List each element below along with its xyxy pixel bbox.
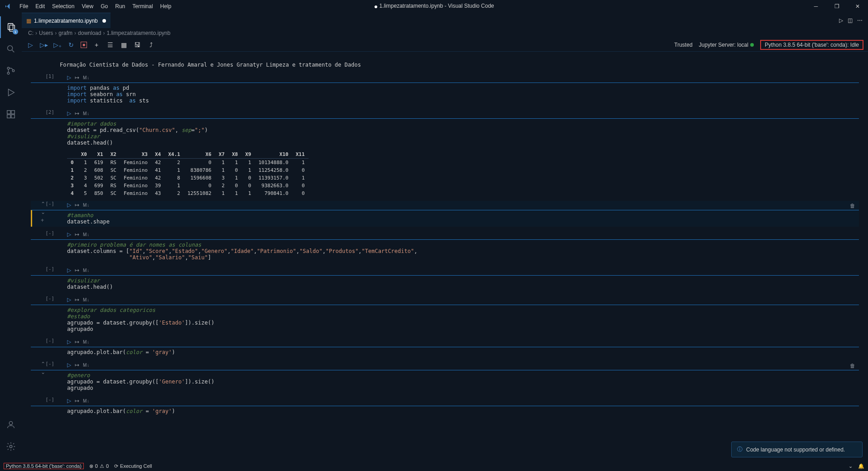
variables-icon[interactable]: ☰ — [106, 41, 114, 49]
save-icon[interactable]: 🖫 — [133, 41, 141, 49]
add-cell-icon[interactable]: + — [92, 41, 101, 49]
notifications-icon[interactable]: 🔔 — [858, 463, 864, 469]
run-cell-icon[interactable]: ▷ — [67, 339, 71, 345]
cell-code[interactable]: #visulizar dataset.head() — [31, 275, 859, 292]
code-cell[interactable]: [2]▷↦M↓#importar dados dataset = pd.read… — [31, 109, 859, 197]
move-down-icon[interactable]: ⌄ — [41, 369, 45, 375]
breadcrumb-segment[interactable]: grafm — [58, 30, 72, 36]
add-cell-icon[interactable]: + — [41, 217, 45, 223]
run-all-icon[interactable]: ▷ — [839, 17, 843, 24]
cell-lang[interactable]: M↓ — [83, 232, 90, 237]
close-icon[interactable]: ✕ — [847, 0, 868, 13]
breadcrumbs[interactable]: C: › Users › grafm › download › 1.limpez… — [22, 28, 868, 38]
extensions-icon[interactable] — [0, 103, 22, 125]
cell-code[interactable]: import pandas as pd import seaborn as sr… — [31, 83, 859, 106]
jupyter-server[interactable]: Jupyter Server: local — [699, 42, 754, 48]
breadcrumb-segment[interactable]: C: — [28, 30, 34, 36]
run-cell-icon[interactable]: ▷ — [67, 267, 71, 273]
delete-cell-icon[interactable]: 🗑 — [850, 363, 855, 369]
code-cell[interactable]: [1]▷↦M↓import pandas as pd import seabor… — [31, 73, 859, 106]
breadcrumb-segment[interactable]: Users — [39, 30, 53, 36]
menu-terminal[interactable]: Terminal — [129, 3, 156, 10]
run-by-line-icon[interactable]: ↦ — [75, 398, 79, 404]
run-cell-icon[interactable]: ▷ — [26, 41, 34, 49]
code-cell[interactable]: [-]▷↦M↓#visulizar dataset.head() — [31, 266, 859, 292]
run-by-line-icon[interactable]: ↦ — [75, 362, 79, 368]
source-control-icon[interactable] — [0, 60, 22, 82]
run-by-line-icon[interactable]: ↦ — [75, 231, 79, 238]
interrupt-kernel-icon[interactable]: ■ — [81, 42, 87, 48]
cell-lang[interactable]: M↓ — [83, 297, 90, 302]
move-down-icon[interactable]: ⌄ — [41, 209, 45, 215]
account-icon[interactable] — [0, 414, 22, 436]
menu-view[interactable]: View — [78, 3, 97, 10]
move-up-icon[interactable]: ⌃ — [41, 201, 45, 207]
export-icon[interactable]: ⤴ — [147, 41, 155, 49]
menu-selection[interactable]: Selection — [48, 3, 78, 10]
run-cell-icon[interactable]: ▷ — [67, 231, 71, 238]
cell-lang[interactable]: M↓ — [83, 398, 90, 403]
cell-code[interactable]: #primeiro problema é dar nomes as coluna… — [31, 239, 859, 262]
run-by-line-icon[interactable]: ↦ — [75, 202, 79, 208]
code-cell[interactable]: [-]▷↦M↓agrupado.plot.bar(color = 'gray') — [31, 397, 859, 416]
menu-help[interactable]: Help — [157, 3, 175, 10]
run-by-line-icon[interactable]: ↦ — [75, 296, 79, 303]
notification-toast[interactable]: ⓘ Code language not supported or defined… — [731, 442, 863, 457]
code-cell[interactable]: [-]⌃⌄+▷↦M↓#tamanho dataset.shape🗑 — [31, 201, 859, 227]
run-above-icon[interactable]: ▷₊ — [53, 41, 62, 49]
more-actions-icon[interactable]: ⋯ — [857, 17, 863, 24]
cell-code[interactable]: #explorar dados categoricos #estado agru… — [31, 305, 859, 334]
tab-file[interactable]: ▦ 1.limpezatratamento.ipynb — [22, 13, 111, 28]
svg-point-4 — [7, 67, 10, 69]
cell-code[interactable]: agrupado.plot.bar(color = 'gray') — [31, 347, 859, 357]
settings-icon[interactable] — [0, 436, 22, 457]
explorer-icon[interactable]: 1 — [0, 16, 22, 38]
status-problems[interactable]: ⊗ 0 ⚠ 0 — [89, 463, 109, 469]
status-kernel[interactable]: Python 3.8.5 64-bit ('base': conda) — [4, 463, 84, 469]
code-cell[interactable]: [-]▷↦M↓agrupado.plot.bar(color = 'gray') — [31, 338, 859, 357]
cell-lang[interactable]: M↓ — [83, 75, 90, 80]
cell-lang[interactable]: M↓ — [83, 340, 90, 345]
cell-code[interactable]: #importar dados dataset = pd.read_csv("C… — [31, 118, 859, 148]
cell-lang[interactable]: M↓ — [83, 203, 90, 208]
code-cell[interactable]: [-]▷↦M↓#explorar dados categoricos #esta… — [31, 296, 859, 334]
run-cell-icon[interactable]: ▷ — [67, 296, 71, 303]
delete-cell-icon[interactable]: 🗑 — [850, 203, 855, 209]
run-cell-icon[interactable]: ▷ — [67, 362, 71, 368]
trusted-indicator[interactable]: Trusted — [674, 42, 692, 48]
menu-run[interactable]: Run — [111, 3, 129, 10]
restart-kernel-icon[interactable]: ↻ — [67, 41, 75, 49]
search-icon[interactable] — [0, 38, 22, 60]
menu-edit[interactable]: Edit — [32, 3, 48, 10]
cell-lang[interactable]: M↓ — [83, 111, 90, 116]
cell-code[interactable]: #genero agrupado = dataset.groupby(['Gen… — [31, 370, 859, 393]
run-by-line-icon[interactable]: ↦ — [75, 110, 79, 117]
feedback-icon[interactable]: ⌄ — [849, 463, 853, 469]
cell-lang[interactable]: M↓ — [83, 363, 90, 368]
run-cell-icon[interactable]: ▷ — [67, 202, 71, 208]
run-by-line-icon[interactable]: ↦ — [75, 339, 79, 345]
run-by-line-icon[interactable]: ↦ — [75, 74, 79, 81]
menu-go[interactable]: Go — [97, 3, 111, 10]
minimize-icon[interactable]: ─ — [805, 0, 826, 13]
split-editor-icon[interactable]: ◫ — [848, 17, 853, 24]
kernel-selector[interactable]: Python 3.8.5 64-bit ('base': conda): Idl… — [760, 40, 863, 50]
status-executing[interactable]: ⟳ Executing Cell — [114, 463, 152, 469]
cell-code[interactable]: agrupado.plot.bar(color = 'gray') — [31, 406, 859, 416]
maximize-icon[interactable]: ❐ — [826, 0, 847, 13]
code-cell[interactable]: [-]▷↦M↓#primeiro problema é dar nomes as… — [31, 230, 859, 262]
run-by-line-icon[interactable]: ↦ — [75, 267, 79, 273]
toggle-output-icon[interactable]: ▦ — [120, 41, 128, 49]
run-cell-icon[interactable]: ▷ — [67, 110, 71, 117]
code-cell[interactable]: [-]⌃⌄▷↦M↓#genero agrupado = dataset.grou… — [31, 361, 859, 393]
run-cell-icon[interactable]: ▷ — [67, 398, 71, 404]
cell-lang[interactable]: M↓ — [83, 268, 90, 273]
cell-code[interactable]: #tamanho dataset.shape — [31, 210, 859, 227]
move-up-icon[interactable]: ⌃ — [41, 361, 45, 367]
breadcrumb-segment[interactable]: download — [78, 30, 101, 36]
run-debug-icon[interactable] — [0, 82, 22, 103]
breadcrumb-segment[interactable]: 1.limpezatratamento.ipynb — [106, 30, 170, 36]
menu-file[interactable]: File — [16, 3, 32, 10]
run-below-icon[interactable]: ▷▸ — [40, 41, 48, 49]
run-cell-icon[interactable]: ▷ — [67, 74, 71, 81]
